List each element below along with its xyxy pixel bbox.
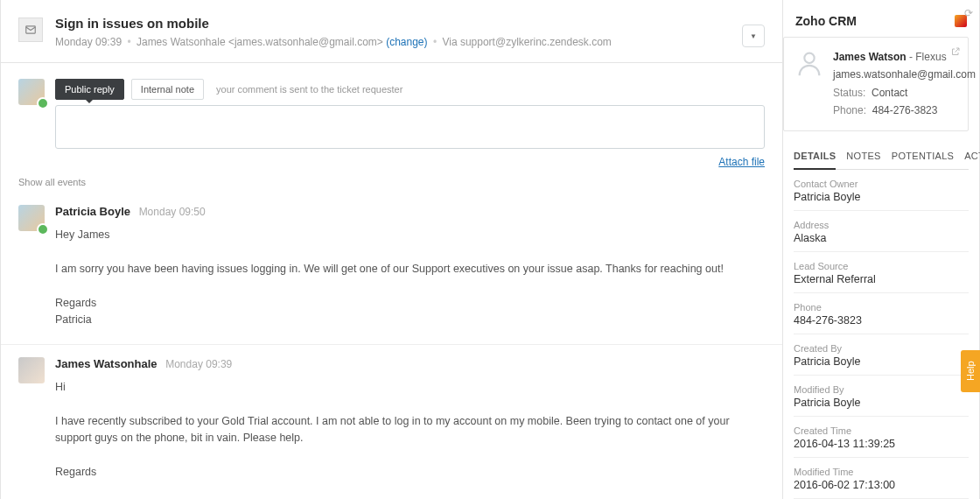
presence-indicator — [37, 97, 49, 109]
detail-value: Patricia Boyle — [794, 191, 969, 203]
detail-item: Modified ByPatricia Boyle — [794, 376, 969, 417]
detail-value: External Referral — [794, 273, 969, 285]
message-avatar — [18, 357, 45, 383]
detail-value: Alaska — [794, 232, 969, 244]
ticket-header: Sign in issues on mobile Monday 09:39 • … — [1, 0, 782, 63]
tab-potentials[interactable]: POTENTIALS — [892, 145, 954, 169]
message: James Watsonhale Monday 09:39 Hi I have … — [1, 344, 782, 496]
message: Patricia Boyle Monday 09:50 Hey James I … — [1, 193, 782, 344]
contact-card: James Watson - Flexus james.watsonhale@g… — [783, 37, 969, 131]
reply-area: Public reply Internal note your comment … — [1, 63, 782, 175]
tab-activities[interactable]: ACTIVITIES — [964, 145, 980, 169]
detail-label: Created Time — [794, 425, 969, 436]
detail-label: Lead Source — [794, 261, 969, 271]
ticket-options-dropdown[interactable]: ▼ — [742, 25, 765, 47]
svg-point-1 — [804, 53, 814, 63]
message-text: Hey James I am sorry you have been havin… — [55, 227, 765, 328]
detail-label: Contact Owner — [794, 179, 969, 189]
contact-email: james.watsonhale@gmail.com — [833, 66, 959, 83]
reply-hint: your comment is sent to the ticket reque… — [216, 84, 402, 95]
detail-label: Address — [794, 220, 969, 230]
detail-item: Lead SourceExternal Referral — [794, 252, 969, 293]
agent-avatar — [18, 79, 45, 105]
details-list: Contact OwnerPatricia BoyleAddressAlaska… — [794, 170, 969, 499]
detail-item: AddressAlaska — [794, 211, 969, 252]
detail-value: Patricia Boyle — [794, 355, 969, 368]
popout-icon[interactable] — [950, 46, 961, 60]
detail-value: 2016-06-02 17:13:00 — [794, 479, 969, 491]
detail-label: Created By — [794, 343, 969, 354]
message-author: James Watsonhale — [55, 357, 158, 370]
status-label: Status: — [833, 87, 865, 99]
attach-file-link[interactable]: Attach file — [718, 156, 765, 168]
message-avatar — [18, 205, 45, 231]
detail-label: Modified Time — [794, 467, 969, 477]
via-address: support@zylkerinc.zendesk.com — [460, 36, 612, 48]
detail-item: Contact OwnerPatricia Boyle — [794, 170, 969, 211]
detail-item: Modified Time2016-06-02 17:13:00 — [794, 458, 969, 499]
status-value: Contact — [872, 87, 907, 99]
detail-value: 484-276-3823 — [794, 314, 969, 327]
detail-item: Created Time2016-04-13 11:39:25 — [794, 417, 969, 458]
ticket-title: Sign in issues on mobile — [55, 16, 765, 31]
tab-details[interactable]: DETAILS — [794, 145, 836, 170]
ticket-meta: Monday 09:39 • James Watsonhale <james.w… — [55, 34, 765, 50]
show-all-events[interactable]: Show all events — [1, 175, 782, 193]
detail-value: Patricia Boyle — [794, 397, 969, 409]
contact-name: James Watson — [833, 51, 906, 63]
message-time: Monday 09:39 — [165, 358, 232, 370]
person-icon — [794, 48, 824, 78]
detail-item: Created ByPatricia Boyle — [794, 334, 969, 376]
phone-label: Phone: — [833, 104, 866, 116]
help-tab[interactable]: Help — [961, 350, 980, 392]
refresh-icon[interactable]: ⟳ — [964, 7, 973, 19]
tab-internal-note[interactable]: Internal note — [131, 79, 204, 100]
reply-textarea[interactable] — [55, 105, 765, 149]
phone-value: 484-276-3823 — [872, 104, 938, 116]
ticket-time: Monday 09:39 — [55, 36, 122, 48]
message-author: Patricia Boyle — [55, 205, 130, 218]
sidebar-app-title: Zoho CRM — [795, 14, 857, 28]
crm-tabs: DETAILS NOTES POTENTIALS ACTIVITIES — [794, 145, 969, 170]
detail-value: 2016-04-13 11:39:25 — [794, 438, 969, 450]
detail-item: Phone484-276-3823 — [794, 293, 969, 334]
detail-label: Phone — [794, 302, 969, 313]
detail-label: Modified By — [794, 384, 969, 395]
tab-public-reply[interactable]: Public reply — [55, 79, 124, 100]
presence-indicator — [37, 223, 49, 235]
via-label: Via — [442, 36, 457, 48]
tab-notes[interactable]: NOTES — [846, 145, 880, 169]
conversation-list: Patricia Boyle Monday 09:50 Hey James I … — [1, 193, 782, 499]
ticket-requester: James Watsonhale <james.watsonhale@gmail… — [136, 36, 383, 48]
mail-icon — [18, 18, 43, 42]
message-time: Monday 09:50 — [139, 206, 206, 218]
change-requester-link[interactable]: (change) — [386, 36, 427, 48]
contact-company: Flexus — [915, 51, 946, 63]
message-text: Hi I have recently subscribed to your Go… — [55, 379, 765, 481]
